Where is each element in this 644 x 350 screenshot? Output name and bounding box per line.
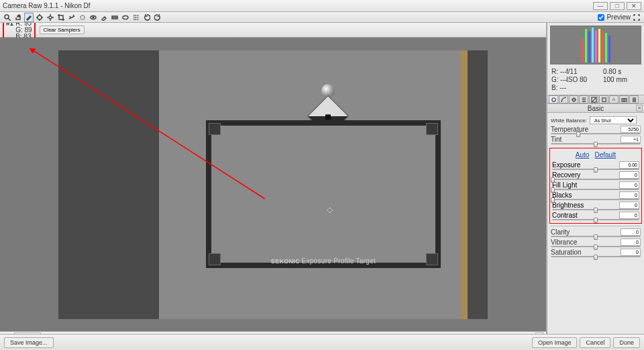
rotate-ccw-icon[interactable] [142,13,152,22]
clarity-slider[interactable] [551,236,641,237]
hand-tool-icon[interactable] [13,13,23,22]
vibrance-slider[interactable] [551,246,641,247]
save-image-button[interactable]: Save Image... [4,337,54,348]
wb-label: White Balance: [551,118,588,124]
image-preview[interactable]: SEKONIC Exposure Profile Target ◇ [0,38,546,331]
svg-line-1 [9,18,11,21]
saturation-slider[interactable] [551,256,641,257]
crop-tool-icon[interactable] [56,13,66,22]
tab-split[interactable] [589,95,598,103]
clarity-label: Clarity [551,228,570,236]
window-title: Camera Raw 9.1.1 - Nikon Df [3,2,91,9]
tab-hsl[interactable] [579,95,588,103]
exposure-value[interactable] [619,161,639,169]
auto-link[interactable]: Auto [576,151,590,159]
contrast-label: Contrast [552,212,578,219]
rotate-cw-icon[interactable] [153,13,162,22]
radial-filter-icon[interactable] [121,13,130,22]
cancel-button[interactable]: Cancel [580,337,610,348]
tab-presets[interactable] [629,95,639,103]
brightness-value[interactable] [619,202,639,209]
tab-camera[interactable] [619,95,629,103]
vibrance-label: Vibrance [551,238,577,246]
exif-readout: R: ---f/110.80 s G: ---ISO 80100 mm B: -… [547,67,644,95]
vibrance-value[interactable] [621,238,641,246]
preview-checkbox[interactable] [598,14,604,21]
zoom-tool-icon[interactable] [3,13,12,22]
blacks-label: Blacks [552,191,572,199]
fullscreen-icon[interactable] [632,13,641,22]
preview-label: Preview [606,13,631,21]
saturation-value[interactable] [621,249,641,256]
brightness-slider[interactable] [552,209,639,210]
svg-point-13 [123,15,128,19]
default-link[interactable]: Default [594,151,616,159]
clarity-value[interactable] [621,228,641,236]
profile-target-frame: SEKONIC Exposure Profile Target [206,120,441,268]
straighten-tool-icon[interactable] [67,13,76,22]
svg-point-0 [5,15,9,19]
tab-lens[interactable] [599,95,608,103]
blacks-value[interactable] [619,191,639,199]
open-image-button[interactable]: Open Image [532,337,578,348]
recovery-label: Recovery [552,171,580,179]
spot-remove-icon[interactable] [78,13,87,22]
maximize-button[interactable]: □ [610,2,625,10]
panel-menu-icon[interactable]: ≡ [636,105,643,112]
target-adjust-icon[interactable] [46,13,55,22]
contrast-slider[interactable] [552,219,639,220]
tab-curve[interactable] [559,95,568,103]
brightness-label: Brightness [552,202,584,209]
svg-point-8 [80,15,85,19]
wb-select[interactable]: As Shot [590,116,637,124]
tint-label: Tint [551,136,561,143]
fill-light-label: Fill Light [552,181,577,189]
done-button[interactable]: Done [613,337,640,348]
panel-title: Basic ≡ [547,104,644,113]
exposure-label: Exposure [552,161,580,169]
prefs-icon[interactable] [131,13,141,22]
svg-point-10 [93,17,94,18]
svg-point-15 [551,97,555,101]
contrast-value[interactable] [619,212,639,219]
tone-group-highlight: Auto Default Exposure Recovery Fill Ligh… [549,148,642,224]
recovery-value[interactable] [619,171,639,179]
clear-samplers-button[interactable]: Clear Samplers [40,26,85,34]
svg-point-2 [38,15,42,19]
grad-filter-icon[interactable] [110,13,119,22]
tab-basic[interactable] [549,95,558,103]
tint-value[interactable] [621,136,641,143]
adjust-brush-icon[interactable] [99,13,109,22]
temp-slider[interactable] [551,133,641,134]
main-toolbar: Preview [0,12,644,23]
minimize-button[interactable]: — [593,2,608,10]
exposure-slider[interactable] [552,169,639,170]
svg-rect-18 [602,97,605,101]
tint-slider[interactable] [551,143,641,144]
eyedropper-cursor-icon: ◇ [327,205,333,214]
tab-detail[interactable] [569,95,578,103]
tab-fx[interactable]: fx [609,95,619,103]
fill-light-value[interactable] [619,181,639,189]
blacks-slider[interactable] [552,199,639,200]
color-sampler-icon[interactable] [35,13,44,22]
redeye-icon[interactable] [89,13,98,22]
svg-point-7 [49,16,52,19]
histogram[interactable] [550,26,641,64]
svg-point-20 [623,99,625,101]
fill-light-slider[interactable] [552,189,639,190]
close-button[interactable]: ✕ [627,2,641,10]
saturation-label: Saturation [551,249,582,256]
temp-label: Temperature [551,126,588,133]
wb-tool-icon[interactable] [24,13,34,22]
recovery-slider[interactable] [552,179,639,180]
svg-line-17 [591,97,596,101]
temp-value[interactable] [621,126,641,133]
